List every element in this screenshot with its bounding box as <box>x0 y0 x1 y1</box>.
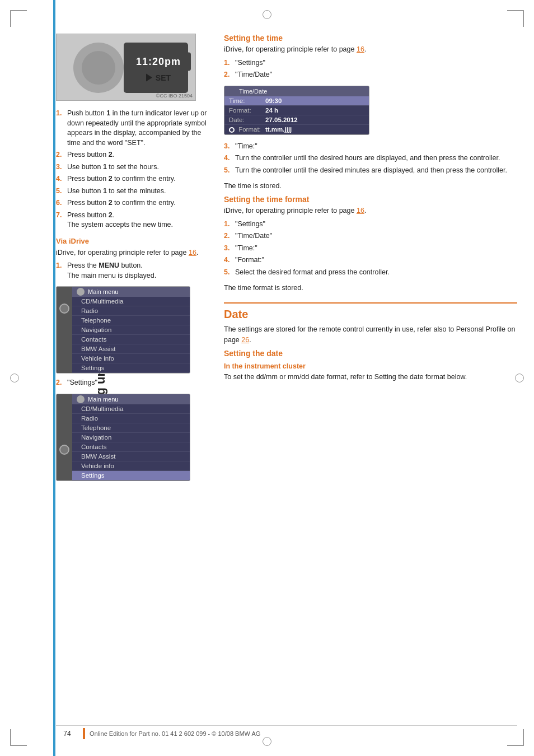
screen-title: Main menu <box>72 287 190 297</box>
setting-time-heading: Setting the time <box>224 34 517 43</box>
via-idrive-intro: iDrive, for operating principle refer to… <box>56 248 207 258</box>
blue-accent-line <box>53 0 55 756</box>
list-item: 4. Turn the controller until the desired… <box>224 153 517 164</box>
menu-items-area: Main menu CD/Multimedia Radio Telephone … <box>72 287 190 373</box>
menu-item: CD/Multimedia <box>72 404 190 414</box>
image-caption: ©CC IBO 21504 <box>156 93 193 99</box>
left-column: 11:20pm SET ©CC IBO 21504 1. Push button… <box>56 34 207 486</box>
corner-mark-tr <box>507 10 524 27</box>
menu-item-highlighted: Settings <box>72 471 190 480</box>
date-section-heading: Date <box>224 302 517 321</box>
setting-date-heading: Setting the date <box>224 349 517 358</box>
setting-time-steps-after: 3. "Time:" 4. Turn the controller until … <box>224 142 517 176</box>
setting-time-format-intro: iDrive, for operating principle refer to… <box>224 206 517 216</box>
circle-mark-top <box>263 10 271 19</box>
menu-item: CD/Multimedia <box>72 297 190 306</box>
circle-mark-left <box>10 374 19 382</box>
list-item: 2. "Settings" <box>56 378 207 388</box>
list-item: 5. Select the desired format and press t… <box>224 268 517 278</box>
menu-item: Radio <box>72 306 190 316</box>
list-item: 7. Press button 2.The system accepts the… <box>56 211 207 230</box>
timedate-title-text: Time/Date <box>239 88 267 95</box>
date-section-intro: The settings are stored for the remote c… <box>224 324 517 346</box>
menu-item: Settings <box>72 363 190 373</box>
time-format-stored-text: The time format is stored. <box>224 283 517 293</box>
timedate-row-date: Date: 27.05.2012 <box>224 115 369 125</box>
instrument-cluster-text: To set the dd/mm or mm/dd date format, r… <box>224 372 517 382</box>
instrument-cluster-image: 11:20pm SET ©CC IBO 21504 <box>56 34 196 101</box>
setting-time-format-steps: 1. "Settings" 2. "Time/Date" 3. "Time:" … <box>224 220 517 278</box>
list-item: 5. Turn the controller until the desired… <box>224 166 517 176</box>
clock-icon <box>229 88 236 95</box>
controller-knob-2 <box>59 445 69 455</box>
corner-mark-bl <box>10 729 27 746</box>
menu-icon-2 <box>77 395 85 403</box>
corner-mark-tl <box>10 10 27 27</box>
menu-item: Radio <box>72 414 190 423</box>
footer-text: Online Edition for Part no. 01 41 2 602 … <box>90 730 260 737</box>
list-item: 5. Use button 1 to set the minutes. <box>56 186 207 197</box>
menu-item: Navigation <box>72 325 190 335</box>
knob-area-2 <box>57 394 72 480</box>
idrive-screen-2: Main menu CD/Multimedia Radio Telephone … <box>56 394 190 481</box>
menu-item: BMW Assist <box>72 344 190 354</box>
list-item: 4. Press button 2 to confirm the entry. <box>56 174 207 184</box>
menu-item: Vehicle info <box>72 354 190 363</box>
right-column: Setting the time iDrive, for operating p… <box>224 34 517 486</box>
list-item: 4. "Format:" <box>224 255 517 265</box>
idrive-step1-list: 1. Press the MENU button.The main menu i… <box>56 261 207 281</box>
list-item: 2. "Time/Date" <box>224 231 517 241</box>
set-label: SET <box>156 73 171 82</box>
menu-item: Telephone <box>72 423 190 433</box>
footer-divider <box>83 728 85 739</box>
list-item: 1. Push button 1 in the turn indicator l… <box>56 109 207 148</box>
svg-point-2 <box>82 51 115 85</box>
menu-item: Vehicle info <box>72 461 190 471</box>
idrive-screen-1: Main menu CD/Multimedia Radio Telephone … <box>56 286 190 374</box>
instrument-cluster-sub-heading: In the instrument cluster <box>224 362 517 370</box>
time-stored-text: The time is stored. <box>224 181 517 192</box>
time-display: 11:20pm <box>126 53 191 71</box>
timedate-row-format1: Format: 24 h <box>224 106 369 115</box>
via-idrive-heading: Via iDrive <box>56 237 207 245</box>
knob-area <box>57 287 72 373</box>
list-item: 1. Press the MENU button.The main menu i… <box>56 261 207 281</box>
setting-time-format-heading: Setting the time format <box>224 195 517 204</box>
list-item: 2. Press button 2. <box>56 150 207 160</box>
menu-item: Telephone <box>72 316 190 325</box>
menu-icon <box>77 288 85 296</box>
page-footer: 74 Online Edition for Part no. 01 41 2 6… <box>56 725 517 739</box>
idrive-step2-list: 2. "Settings" <box>56 378 207 388</box>
screen-title-2: Main menu <box>72 394 190 404</box>
list-item: 3. "Time:" <box>224 244 517 254</box>
list-item: 1. "Settings" <box>224 58 517 68</box>
list-item: 3. Use button 1 to set the hours. <box>56 162 207 172</box>
list-item: 1. "Settings" <box>224 220 517 230</box>
timedate-screen: Time/Date Time: 09:30 Format: 24 h Date:… <box>224 86 369 135</box>
steps-list: 1. Push button 1 in the turn indicator l… <box>56 109 207 230</box>
menu-item: Contacts <box>72 335 190 344</box>
timedate-row-format2: Format: tt.mm.jjjj <box>224 125 369 134</box>
timedate-row-time: Time: 09:30 <box>224 96 369 106</box>
triangle-icon <box>146 74 152 82</box>
timedate-screen-title: Time/Date <box>224 86 369 96</box>
list-item: 6. Press button 2 to confirm the entry. <box>56 198 207 208</box>
menu-items-area-2: Main menu CD/Multimedia Radio Telephone … <box>72 394 190 480</box>
page-number: 74 <box>56 730 78 738</box>
list-item: 3. "Time:" <box>224 142 517 152</box>
menu-item: Contacts <box>72 442 190 452</box>
screen-title-text-2: Main menu <box>88 396 118 403</box>
screen-title-text: Main menu <box>88 288 118 295</box>
list-item: 2. "Time/Date" <box>224 70 517 80</box>
controller-knob <box>59 304 69 314</box>
dot-selector-icon <box>229 127 235 133</box>
menu-item: BMW Assist <box>72 452 190 461</box>
menu-item: Navigation <box>72 433 190 442</box>
setting-time-intro: iDrive, for operating principle refer to… <box>224 44 517 55</box>
setting-time-steps-before: 1. "Settings" 2. "Time/Date" <box>224 58 517 80</box>
